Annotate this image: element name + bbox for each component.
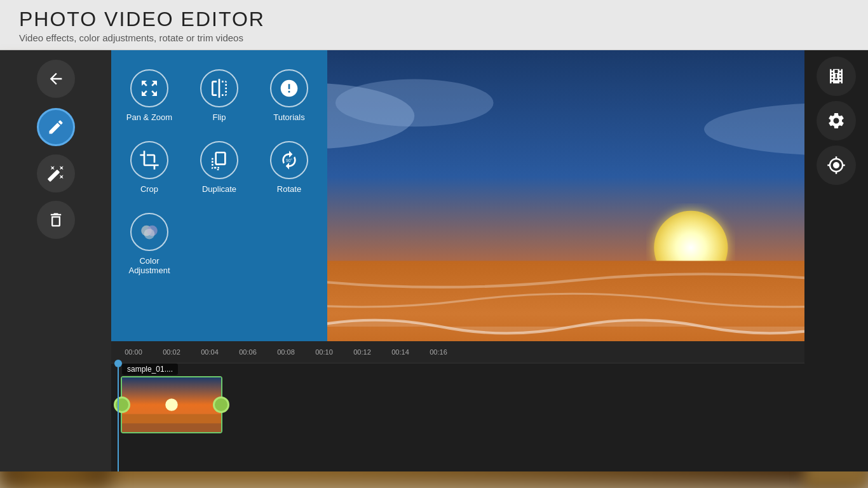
- app-subtitle: Video effects, color adjustments, rotate…: [19, 32, 849, 43]
- color-adjustment-icon: [139, 222, 159, 242]
- trash-icon: [47, 211, 65, 229]
- share-icon: [827, 156, 846, 175]
- playhead[interactable]: [118, 363, 119, 471]
- duplicate-icon-circle: [200, 141, 238, 179]
- tutorials-icon-circle: [270, 69, 308, 107]
- app-header: PHOTO VIDEO EDITOR Video effects, color …: [0, 0, 868, 50]
- time-8: 00:16: [419, 348, 458, 356]
- playhead-handle[interactable]: [114, 360, 122, 367]
- time-2: 00:04: [191, 348, 229, 356]
- time-0: 00:00: [114, 348, 153, 356]
- back-arrow-icon: [47, 70, 65, 88]
- time-5: 00:10: [305, 348, 343, 356]
- crop-icon-circle: [130, 141, 168, 179]
- svg-point-6: [336, 79, 494, 127]
- back-button[interactable]: [37, 60, 75, 98]
- settings-button[interactable]: [817, 101, 856, 140]
- svg-text:90°: 90°: [286, 158, 292, 163]
- rotate-button[interactable]: 90° Rotate: [257, 135, 321, 200]
- clip-handle-right[interactable]: [213, 396, 229, 413]
- clip-handle-left[interactable]: [114, 396, 130, 413]
- flip-button[interactable]: Flip: [187, 63, 251, 128]
- filter-button[interactable]: [37, 154, 75, 193]
- pan-zoom-icon-circle: [130, 69, 168, 107]
- right-sidebar-bottom: [804, 341, 868, 471]
- edit-icon: [47, 118, 65, 136]
- time-3: 00:06: [229, 348, 267, 356]
- tutorials-button[interactable]: Tutorials: [257, 63, 321, 128]
- pan-zoom-button[interactable]: Pan & Zoom: [118, 63, 181, 128]
- export-icon: [827, 67, 846, 86]
- color-adjustment-button[interactable]: Color Adjustment: [118, 207, 181, 281]
- timeline-clip[interactable]: sample_01....: [121, 376, 222, 433]
- flip-label: Flip: [213, 112, 226, 122]
- app-title: PHOTO VIDEO EDITOR: [19, 8, 849, 31]
- crop-icon: [139, 150, 159, 170]
- rotate-icon: 90°: [279, 150, 299, 170]
- tutorials-icon: [279, 78, 299, 98]
- svg-point-3: [144, 229, 155, 240]
- export-button[interactable]: [817, 57, 856, 96]
- time-6: 00:12: [343, 348, 381, 356]
- svg-point-17: [165, 398, 178, 411]
- rotate-icon-circle: 90°: [270, 141, 308, 179]
- settings-icon: [827, 111, 846, 130]
- timeline-tracks: sample_01....: [111, 363, 804, 471]
- duplicate-button[interactable]: Duplicate: [187, 135, 251, 200]
- flip-icon: [209, 78, 229, 98]
- flip-icon-circle: [200, 69, 238, 107]
- delete-button[interactable]: [37, 201, 75, 239]
- time-7: 00:14: [381, 348, 419, 356]
- crop-button[interactable]: Crop: [118, 135, 181, 200]
- duplicate-icon: [209, 150, 229, 170]
- time-1: 00:02: [153, 348, 191, 356]
- pan-zoom-label: Pan & Zoom: [126, 112, 172, 122]
- tutorials-label: Tutorials: [273, 112, 304, 122]
- svg-rect-19: [122, 423, 221, 432]
- color-adjustment-label: Color Adjustment: [121, 256, 178, 275]
- clip-thumbnail: [122, 377, 221, 432]
- pan-zoom-icon: [139, 78, 159, 98]
- crop-label: Crop: [140, 184, 158, 194]
- timeline-content: 00:00 00:02 00:04 00:06 00:08 00:10 00:1…: [111, 341, 804, 471]
- color-adjustment-icon-circle: [130, 213, 168, 251]
- rotate-label: Rotate: [277, 184, 301, 194]
- duplicate-label: Duplicate: [202, 184, 236, 194]
- left-sidebar: [0, 50, 111, 471]
- edit-button[interactable]: [37, 108, 75, 146]
- time-4: 00:08: [267, 348, 305, 356]
- clip-label: sample_01....: [122, 363, 178, 375]
- filter-icon: [47, 165, 65, 182]
- share-button[interactable]: [817, 146, 856, 185]
- timeline-ruler: 00:00 00:02 00:04 00:06 00:08 00:10 00:1…: [111, 341, 804, 363]
